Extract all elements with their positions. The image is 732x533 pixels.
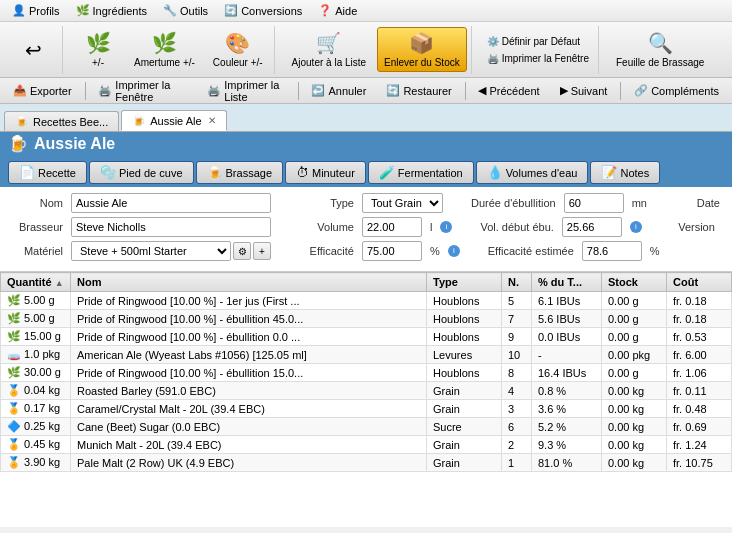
table-row[interactable]: 🧫 1.0 pkg American Ale (Wyeast Labs #105… bbox=[1, 346, 732, 364]
print-window-action-icon: 🖨️ bbox=[98, 84, 112, 97]
table-row[interactable]: 🌿 5.00 g Pride of Ringwood [10.00 %] - 1… bbox=[1, 292, 732, 310]
cell-cout: fr. 1.24 bbox=[667, 436, 732, 454]
qty-adjust-btn[interactable]: 🌿 +/- bbox=[73, 27, 123, 72]
tab-pied-de-cuve[interactable]: 🫧 Pied de cuve bbox=[89, 161, 194, 184]
cell-pct: 0.0 IBUs bbox=[532, 328, 602, 346]
col-n[interactable]: N. bbox=[502, 273, 532, 292]
cell-name: Pride of Ringwood [10.00 %] - ébullition… bbox=[71, 364, 427, 382]
cell-stock: 0.00 kg bbox=[602, 400, 667, 418]
conversions-icon: 🔄 bbox=[224, 4, 238, 17]
col-cout[interactable]: Coût bbox=[667, 273, 732, 292]
brasseur-input[interactable] bbox=[71, 217, 271, 237]
tab-volumes-eau[interactable]: 💧 Volumes d'eau bbox=[476, 161, 589, 184]
tab-minuteur[interactable]: ⏱ Minuteur bbox=[285, 161, 366, 184]
ingredients-table-container[interactable]: Quantité ▲ Nom Type N. % du T... Stock C… bbox=[0, 272, 732, 527]
menu-aide[interactable]: ❓ Aide bbox=[310, 2, 365, 19]
nom-input[interactable] bbox=[71, 193, 271, 213]
page-title-icon: 🍺 bbox=[8, 134, 28, 153]
table-row[interactable]: 🏅 0.17 kg Caramel/Crystal Malt - 20L (39… bbox=[1, 400, 732, 418]
aide-icon: ❓ bbox=[318, 4, 332, 17]
row-icon: 🌿 bbox=[7, 330, 21, 342]
efficacite-est-input[interactable] bbox=[582, 241, 642, 261]
table-row[interactable]: 🏅 0.45 kg Munich Malt - 20L (39.4 EBC) G… bbox=[1, 436, 732, 454]
export-btn[interactable]: 📤 Exporter bbox=[4, 81, 81, 100]
bitterness-btn[interactable]: 🌿 Amertume +/- bbox=[127, 27, 202, 72]
cell-qty: 🏅 3.90 kg bbox=[1, 454, 71, 472]
col-type[interactable]: Type bbox=[427, 273, 502, 292]
print-list-btn[interactable]: 🖨️ Imprimer la Liste bbox=[198, 76, 293, 106]
complements-btn[interactable]: 🔗 Compléments bbox=[625, 81, 728, 100]
brew-sheet-btn[interactable]: 🔍 Feuille de Brassage bbox=[609, 27, 711, 72]
table-row[interactable]: 🏅 3.90 kg Pale Malt (2 Row) UK (4.9 EBC)… bbox=[1, 454, 732, 472]
vol-debut-info-dot[interactable]: i bbox=[630, 221, 642, 233]
tab-fermentation[interactable]: 🧪 Fermentation bbox=[368, 161, 474, 184]
cell-pct: 6.1 IBUs bbox=[532, 292, 602, 310]
table-row[interactable]: 🌿 5.00 g Pride of Ringwood [10.00 %] - é… bbox=[1, 310, 732, 328]
toolbar-group-brew: 🔍 Feuille de Brassage bbox=[605, 26, 715, 74]
cell-type: Grain bbox=[427, 400, 502, 418]
separator-1 bbox=[85, 82, 86, 100]
table-row[interactable]: 🌿 30.00 g Pride of Ringwood [10.00 %] - … bbox=[1, 364, 732, 382]
side-buttons: ⚙️ Définir par Défaut 🖨️ Imprimer la Fen… bbox=[482, 34, 594, 66]
nav-btn[interactable]: ↩ bbox=[8, 34, 58, 66]
add-list-icon: 🛒 bbox=[316, 31, 341, 55]
form-area: Nom Type Tout Grain Extract Partiel Duré… bbox=[0, 187, 732, 272]
col-stock[interactable]: Stock bbox=[602, 273, 667, 292]
type-label: Type bbox=[299, 197, 354, 209]
tab-notes[interactable]: 📝 Notes bbox=[590, 161, 660, 184]
prev-btn[interactable]: ◀ Précédent bbox=[469, 81, 548, 100]
col-pct[interactable]: % du T... bbox=[532, 273, 602, 292]
cell-type: Grain bbox=[427, 454, 502, 472]
duree-input[interactable] bbox=[564, 193, 624, 213]
cell-pct: 9.3 % bbox=[532, 436, 602, 454]
efficacite-info-dot[interactable]: i bbox=[448, 245, 460, 257]
next-btn[interactable]: ▶ Suivant bbox=[551, 81, 617, 100]
menu-ingredients[interactable]: 🌿 Ingrédients bbox=[68, 2, 155, 19]
efficacite-input[interactable] bbox=[362, 241, 422, 261]
volume-info-dot[interactable]: i bbox=[440, 221, 452, 233]
type-select[interactable]: Tout Grain Extract Partiel bbox=[362, 193, 443, 213]
materiel-settings-btn[interactable]: ⚙ bbox=[233, 242, 251, 260]
menu-conversions[interactable]: 🔄 Conversions bbox=[216, 2, 310, 19]
cell-name: Munich Malt - 20L (39.4 EBC) bbox=[71, 436, 427, 454]
remove-stock-btn[interactable]: 📦 Enlever du Stock bbox=[377, 27, 467, 72]
table-row[interactable]: 🔷 0.25 kg Cane (Beet) Sugar (0.0 EBC) Su… bbox=[1, 418, 732, 436]
row-icon: 🌿 bbox=[7, 294, 21, 306]
toolbar-group-list: 🛒 Ajouter à la Liste 📦 Enlever du Stock bbox=[281, 26, 472, 74]
row-icon: 🏅 bbox=[7, 438, 21, 450]
menu-profils[interactable]: 👤 Profils bbox=[4, 2, 68, 19]
cell-pct: 3.6 % bbox=[532, 400, 602, 418]
remove-stock-icon: 📦 bbox=[409, 31, 434, 55]
efficacite-est-unit: % bbox=[650, 245, 660, 257]
cell-type: Grain bbox=[427, 382, 502, 400]
volume-label: Volume bbox=[299, 221, 354, 233]
volume-input[interactable] bbox=[362, 217, 422, 237]
col-qty[interactable]: Quantité ▲ bbox=[1, 273, 71, 292]
cancel-btn[interactable]: ↩️ Annuler bbox=[302, 81, 375, 100]
col-name[interactable]: Nom bbox=[71, 273, 427, 292]
table-row[interactable]: 🏅 0.04 kg Roasted Barley (591.0 EBC) Gra… bbox=[1, 382, 732, 400]
add-list-btn[interactable]: 🛒 Ajouter à la Liste bbox=[285, 27, 374, 72]
color-btn[interactable]: 🎨 Couleur +/- bbox=[206, 27, 270, 72]
tab-recette[interactable]: 📄 Recette bbox=[8, 161, 87, 184]
tab-brassage[interactable]: 🍺 Brassage bbox=[196, 161, 283, 184]
vol-debut-input[interactable] bbox=[562, 217, 622, 237]
tab-recettes[interactable]: 🍺 Recettes Bee... bbox=[4, 111, 119, 131]
materiel-select[interactable]: Steve + 500ml Starter bbox=[71, 241, 231, 261]
print-window-btn[interactable]: 🖨️ Imprimer la Fenêtre bbox=[482, 51, 594, 66]
set-default-btn[interactable]: ⚙️ Définir par Défaut bbox=[482, 34, 594, 49]
tab-aussie-ale[interactable]: 🍺 Aussie Ale ✕ bbox=[121, 110, 226, 131]
table-row[interactable]: 🌿 15.00 g Pride of Ringwood [10.00 %] - … bbox=[1, 328, 732, 346]
tab-close-icon[interactable]: ✕ bbox=[208, 115, 216, 126]
sort-icon-qty: ▲ bbox=[55, 278, 64, 288]
menu-outils[interactable]: 🔧 Outils bbox=[155, 2, 216, 19]
row-icon: 🏅 bbox=[7, 456, 21, 468]
complements-icon: 🔗 bbox=[634, 84, 648, 97]
materiel-add-btn[interactable]: + bbox=[253, 242, 271, 260]
cell-n: 8 bbox=[502, 364, 532, 382]
print-list-icon: 🖨️ bbox=[207, 84, 221, 97]
restore-btn[interactable]: 🔄 Restaurer bbox=[377, 81, 460, 100]
print-window-action-btn[interactable]: 🖨️ Imprimer la Fenêtre bbox=[89, 76, 196, 106]
tab-recettes-icon: 🍺 bbox=[15, 115, 29, 128]
restore-icon: 🔄 bbox=[386, 84, 400, 97]
